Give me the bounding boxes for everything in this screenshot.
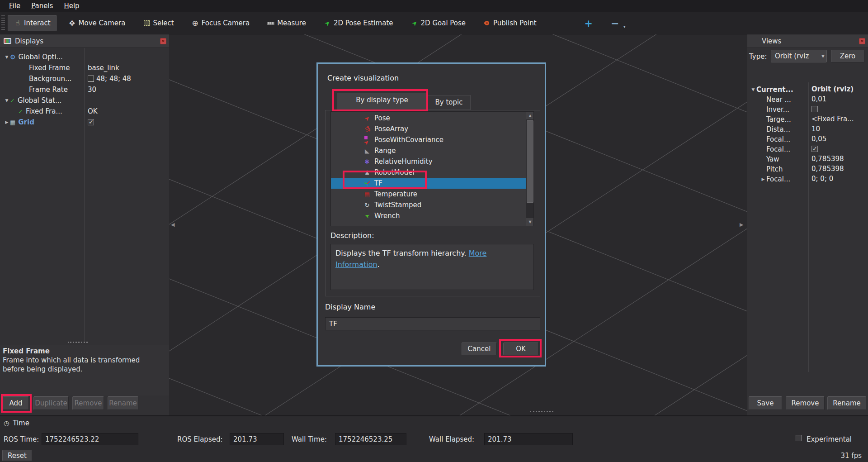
tree-row-fixed-frame-status[interactable]: ✓ Fixed Fra... xyxy=(0,106,84,117)
tool-2d-pose-estimate[interactable]: ➤ 2D Pose Estimate xyxy=(318,15,399,31)
experimental-checkbox[interactable] xyxy=(796,435,802,441)
tab-by-display-type[interactable]: By display type xyxy=(337,93,427,110)
pitch-value[interactable]: 0,785398 xyxy=(811,164,844,174)
list-item-robotmodel[interactable]: ♟ RobotModel xyxy=(331,167,533,178)
display-type-list[interactable]: ➤ Pose ⇶ PoseArray ➤ PoseWithCovariance … xyxy=(330,111,534,226)
toolbar-grip[interactable] xyxy=(1,15,5,31)
list-item-posearray[interactable]: ⇶ PoseArray xyxy=(331,124,533,134)
wall-elapsed-field[interactable]: 201.73 xyxy=(484,433,573,445)
views-row-focal-point[interactable]: ▶ Focal... xyxy=(747,174,808,185)
display-name-input[interactable]: TF xyxy=(325,317,540,330)
add-display-button[interactable]: Add xyxy=(3,396,29,410)
column-divider[interactable] xyxy=(808,82,809,372)
tool-focus-camera[interactable]: ⊕ Focus Camera xyxy=(186,15,255,31)
rename-view-button[interactable]: Rename xyxy=(827,396,866,410)
tree-row-fixed-frame[interactable]: Fixed Frame xyxy=(0,62,84,73)
grid-icon: ▦ xyxy=(10,119,15,126)
views-row-current-view[interactable]: ▼ Current... xyxy=(747,84,808,95)
displays-splitter[interactable] xyxy=(68,342,88,343)
rename-display-button[interactable]: Rename xyxy=(108,396,138,410)
list-item-twiststamped[interactable]: ↻ TwistStamped xyxy=(331,200,533,210)
views-row-invert-z[interactable]: Inver... xyxy=(747,104,808,115)
checkbox-unchecked[interactable] xyxy=(811,106,818,112)
time-panel-header[interactable]: ◷ Time xyxy=(4,419,29,427)
tree-row-frame-rate[interactable]: Frame Rate xyxy=(0,84,84,95)
zero-button[interactable]: Zero xyxy=(831,50,864,62)
views-row-focal-shape-fixed[interactable]: Focal... xyxy=(747,144,808,155)
tool-select[interactable]: Select xyxy=(137,15,179,31)
tool-move-camera[interactable]: ✥ Move Camera xyxy=(63,15,131,31)
wall-time-field[interactable]: 1752246523.25 xyxy=(335,433,406,445)
views-panel-header[interactable]: Views ✕ xyxy=(747,34,868,48)
list-item-tf[interactable]: TF xyxy=(331,178,533,189)
list-item-wrench[interactable]: ➤ Wrench xyxy=(331,210,533,221)
focal-shape-size-value[interactable]: 0,05 xyxy=(811,134,826,144)
list-item-relativehumidity[interactable]: ✱ RelativeHumidity xyxy=(331,156,533,167)
view-type-combo[interactable]: Orbit (rviz ▼ xyxy=(771,50,827,62)
tool-2d-goal-pose[interactable]: ➤ 2D Goal Pose xyxy=(405,15,472,31)
chevron-right-icon[interactable]: ▶ xyxy=(4,120,10,124)
viewport-bottom-splitter[interactable] xyxy=(530,411,553,412)
checkbox-checked[interactable] xyxy=(88,119,94,125)
close-icon[interactable]: ✕ xyxy=(160,38,166,44)
views-row-pitch[interactable]: Pitch xyxy=(747,164,808,175)
focal-shape-fixed-value[interactable] xyxy=(811,144,818,154)
chevron-right-icon[interactable]: ▶ xyxy=(760,177,766,181)
remove-tool-button[interactable]: − ▾ xyxy=(607,17,623,30)
yaw-value[interactable]: 0,785398 xyxy=(811,154,844,164)
collapse-right-panel-arrow[interactable]: ▶ xyxy=(740,222,743,228)
views-row-distance[interactable]: Dista... xyxy=(747,124,808,135)
menu-help[interactable]: Help xyxy=(59,1,84,11)
chevron-down-icon[interactable]: ▼ xyxy=(4,98,10,103)
cancel-button[interactable]: Cancel xyxy=(462,343,497,355)
tree-row-global-status[interactable]: ▼ ✓ Global Stat... xyxy=(0,95,169,106)
views-row-target-frame[interactable]: Targe... xyxy=(747,114,808,125)
focal-point-value[interactable]: 0; 0; 0 xyxy=(811,174,833,184)
tree-row-grid[interactable]: ▶ ▦ Grid xyxy=(0,117,84,128)
chevron-down-icon[interactable]: ▼ xyxy=(4,55,10,59)
invert-z-value[interactable] xyxy=(811,104,818,114)
chevron-down-icon[interactable]: ▼ xyxy=(750,87,756,92)
scrollbar-thumb[interactable] xyxy=(527,120,533,203)
scroll-up-icon[interactable]: ▲ xyxy=(526,112,534,119)
ros-elapsed-field[interactable]: 201.73 xyxy=(230,433,284,445)
tree-row-global-options[interactable]: ▼ ⚙ Global Opti... xyxy=(0,52,169,62)
tab-by-topic[interactable]: By topic xyxy=(427,95,471,110)
background-color-value[interactable]: 48; 48; 48 xyxy=(88,73,131,84)
tool-interact[interactable]: ☝ Interact xyxy=(8,15,57,31)
list-item-pose[interactable]: ➤ Pose xyxy=(331,113,533,124)
scroll-down-icon[interactable]: ▼ xyxy=(526,218,534,226)
menu-file[interactable]: File xyxy=(5,1,25,11)
fixed-frame-value[interactable]: base_link xyxy=(88,62,119,73)
frame-rate-value[interactable]: 30 xyxy=(88,84,96,95)
views-row-yaw[interactable]: Yaw xyxy=(747,154,808,165)
displays-panel-header[interactable]: Displays ✕ xyxy=(0,34,169,48)
distance-value[interactable]: 10 xyxy=(811,124,820,134)
near-clip-value[interactable]: 0,01 xyxy=(811,94,826,104)
remove-view-button[interactable]: Remove xyxy=(786,396,825,410)
tool-measure[interactable]: Measure xyxy=(261,15,311,31)
views-row-near-clip[interactable]: Near ... xyxy=(747,94,808,105)
checkbox-checked[interactable] xyxy=(811,146,818,152)
save-view-button[interactable]: Save xyxy=(749,396,782,410)
list-item-posewithcovariance[interactable]: ➤ PoseWithCovariance xyxy=(331,134,533,145)
tool-publish-point[interactable]: Publish Point xyxy=(477,15,542,31)
list-item-temperature[interactable]: ▤ Temperature xyxy=(331,189,533,200)
column-divider[interactable] xyxy=(84,48,85,342)
target-frame-value[interactable]: <Fixed Fra... xyxy=(811,114,854,124)
remove-display-button[interactable]: Remove xyxy=(72,396,104,410)
list-scrollbar[interactable]: ▲ ▼ xyxy=(526,112,533,226)
collapse-left-panel-arrow[interactable]: ◀ xyxy=(171,222,175,228)
views-row-focal-shape-size[interactable]: Focal... xyxy=(747,134,808,145)
ok-button[interactable]: OK xyxy=(503,343,538,355)
grid-enabled-value[interactable] xyxy=(88,117,94,128)
add-tool-button[interactable]: + xyxy=(580,17,597,30)
list-item-range[interactable]: ◣ Range xyxy=(331,145,533,156)
tree-row-background-color[interactable]: Backgroun... xyxy=(0,73,84,84)
gear-icon: ⚙ xyxy=(10,53,16,61)
menu-panels[interactable]: Panels xyxy=(27,1,57,11)
duplicate-display-button[interactable]: Duplicate xyxy=(33,396,69,410)
reset-button[interactable]: Reset xyxy=(2,450,32,461)
ros-time-field[interactable]: 1752246523.22 xyxy=(42,433,138,445)
close-icon[interactable]: ✕ xyxy=(859,38,865,44)
